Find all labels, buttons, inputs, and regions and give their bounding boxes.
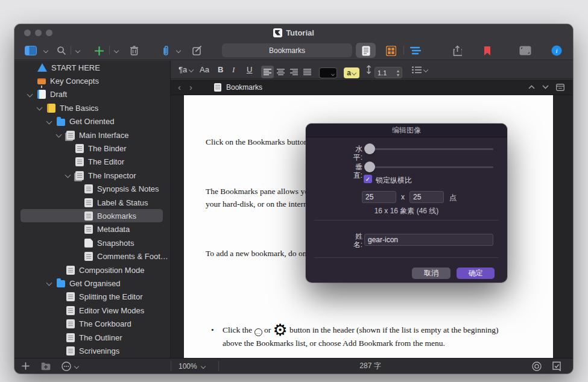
binder-item[interactable]: Metadata <box>14 223 170 236</box>
previous-document-button[interactable] <box>528 85 535 89</box>
align-justify-button[interactable] <box>301 66 314 78</box>
document-icon <box>214 83 221 92</box>
image-name-input[interactable] <box>364 234 493 246</box>
bullet-list: Click the … or ⚙ button in the header (s… <box>206 298 543 358</box>
highlight-color-button[interactable]: a <box>344 64 359 81</box>
binder-item[interactable]: Main Interface <box>14 128 170 142</box>
binder-item[interactable]: Get Organised <box>14 277 170 290</box>
list-style-menu[interactable] <box>412 61 428 78</box>
bold-button[interactable]: B <box>218 61 223 78</box>
slider-knob[interactable] <box>364 143 375 154</box>
presentation-icon <box>37 78 46 84</box>
width-input[interactable] <box>362 191 396 203</box>
binder-item[interactable]: Draft <box>14 88 170 101</box>
binder-item[interactable]: Composition Mode <box>14 263 170 277</box>
window-title-group: Tutorial <box>14 24 573 41</box>
mark-done-button[interactable] <box>552 359 564 374</box>
toolbar-separator <box>71 46 71 55</box>
gear-inline-image[interactable]: ⚙ <box>273 324 288 336</box>
add-options-chevron[interactable] <box>113 43 120 58</box>
binder-item[interactable]: Editor View Modes <box>14 304 170 317</box>
doc-icon <box>75 157 84 166</box>
composition-mode-button[interactable] <box>517 43 533 58</box>
binder-item[interactable]: Scrivenings <box>14 344 170 357</box>
underline-button[interactable]: U <box>247 61 252 78</box>
binder-item[interactable]: The Outliner <box>14 331 170 344</box>
binder-item[interactable]: The Inspector <box>14 169 170 182</box>
writing-target-button[interactable] <box>532 359 544 374</box>
bullet-item: Click the … or ⚙ button in the header (s… <box>206 324 543 349</box>
add-document-button[interactable] <box>22 359 33 374</box>
word-count-value[interactable]: 287 字 <box>359 361 381 371</box>
search-options-chevron[interactable] <box>74 43 81 58</box>
slider-track <box>364 148 493 150</box>
trash-button[interactable] <box>128 43 140 58</box>
binder-item-label: Editor View Modes <box>79 306 144 315</box>
slider-knob[interactable] <box>364 161 375 172</box>
toggle-binder-button[interactable] <box>23 43 39 58</box>
vertical-slider[interactable] <box>364 161 493 172</box>
view-mode-corkboard-button[interactable] <box>384 43 398 58</box>
binder-item[interactable]: Key Concepts <box>14 74 170 87</box>
binder-item-label: Splitting the Editor <box>79 292 143 301</box>
binder-options-chevron[interactable] <box>42 43 49 58</box>
link-options-chevron[interactable] <box>175 43 182 58</box>
view-mode-outline-button[interactable] <box>408 43 423 58</box>
binder-item-label: Composition Mode <box>79 266 144 275</box>
binder-item-label: Bookmarks <box>97 211 136 221</box>
align-right-button[interactable] <box>288 66 300 78</box>
italic-button[interactable]: I <box>232 61 235 78</box>
inspector-info-button[interactable]: i <box>549 43 564 58</box>
font-menu[interactable]: Aa <box>200 61 209 78</box>
document-title-field[interactable]: Bookmarks <box>222 43 352 57</box>
item-menu-button[interactable] <box>62 359 80 374</box>
dialog-title-bar[interactable]: 编辑图像 <box>306 124 507 137</box>
paragraph-style-menu[interactable]: ¶a <box>179 61 194 78</box>
binder-item[interactable]: The Editor <box>14 155 170 169</box>
align-justify-icon <box>303 69 311 75</box>
lock-aspect-label: 锁定纵横比 <box>376 175 412 186</box>
binder-item[interactable]: Get Oriented <box>14 115 170 128</box>
composition-mode-icon <box>519 46 531 55</box>
align-left-button[interactable] <box>261 66 274 78</box>
dialog-divider <box>314 257 499 258</box>
line-spacing-stepper[interactable]: 1.1▴▾ <box>375 64 402 81</box>
binder-item[interactable]: The Corkboard <box>14 317 170 330</box>
history-forward-button[interactable]: › <box>189 82 192 92</box>
binder-item[interactable]: Bookmarks <box>14 209 170 222</box>
binder-item[interactable]: The Basics <box>14 101 170 114</box>
toolbar-separator <box>403 46 404 55</box>
compose-button[interactable] <box>191 43 204 58</box>
lock-aspect-checkbox[interactable]: ✓ <box>364 175 372 183</box>
add-folder-icon <box>41 362 51 371</box>
history-back-button[interactable]: ‹ <box>178 82 181 92</box>
ok-button[interactable]: 确定 <box>457 268 495 279</box>
binder-item[interactable]: Synopsis & Notes <box>14 183 170 196</box>
height-input[interactable] <box>409 191 444 203</box>
slider-track <box>364 166 493 168</box>
share-button[interactable] <box>450 43 464 58</box>
search-button[interactable] <box>55 43 68 58</box>
text-color-button[interactable] <box>319 64 337 81</box>
chevron-down-icon <box>331 72 335 76</box>
editor-layout-button[interactable] <box>556 84 564 91</box>
binder-item[interactable]: The Binder <box>14 142 170 155</box>
binder-item[interactable]: Label & Status <box>14 196 170 209</box>
cancel-button[interactable]: 取消 <box>412 268 450 279</box>
view-mode-document-button[interactable] <box>359 43 373 58</box>
binder-item[interactable]: Snapshots <box>14 236 170 249</box>
binder-item[interactable]: Splitting the Editor <box>14 290 170 304</box>
binder-item[interactable]: Comments & Foot… <box>14 249 170 263</box>
horizontal-slider[interactable] <box>364 143 493 154</box>
next-document-button[interactable] <box>542 85 549 89</box>
add-item-button[interactable] <box>93 43 105 58</box>
doc-lines-icon <box>66 306 75 315</box>
binder-item[interactable]: START HERE <box>14 61 170 74</box>
append-link-button[interactable] <box>159 43 172 58</box>
bookmark-button[interactable] <box>480 43 495 58</box>
align-center-button[interactable] <box>274 66 287 78</box>
add-folder-button[interactable] <box>41 359 53 374</box>
highlight-label: a <box>347 69 351 77</box>
doc-stack-icon <box>66 131 75 140</box>
editor-document-title[interactable]: Bookmarks <box>226 83 262 92</box>
